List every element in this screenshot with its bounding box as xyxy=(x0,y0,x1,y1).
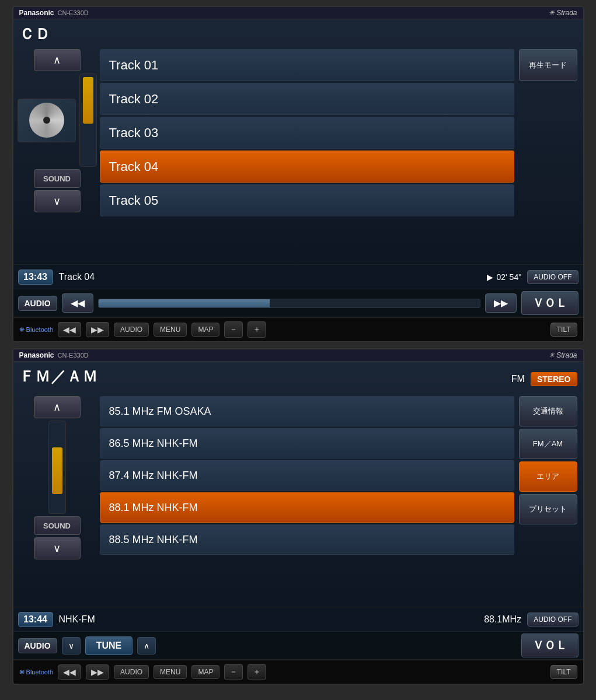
cd-disc-icon xyxy=(29,103,64,138)
station-item-02[interactable]: 86.5 MHz NHK-FM xyxy=(100,428,514,459)
fmam-title-area: ＦＭ／ＡＭ FM STEREO xyxy=(19,366,577,391)
station-item-04[interactable]: 88.1 MHz NHK-FM xyxy=(100,492,514,523)
fmam-vol-button[interactable]: ＶＯＬ xyxy=(521,634,578,657)
stereo-badge: STEREO xyxy=(531,372,577,386)
fmam-left-panel: ∧ SOUND ∨ xyxy=(19,396,95,559)
scroll-up-button[interactable]: ∧ xyxy=(34,49,81,71)
fmam-time: 13:44 xyxy=(18,612,53,627)
hw-audio-button[interactable]: AUDIO xyxy=(114,323,149,337)
fmam-hw-prev-button[interactable]: ◀◀ xyxy=(58,664,81,680)
station-item-03[interactable]: 87.4 MHz NHK-FM xyxy=(100,460,514,491)
scroll-down-button[interactable]: ∨ xyxy=(34,190,81,212)
station-item-05[interactable]: 88.5 MHz NHK-FM xyxy=(100,524,514,555)
fmam-hw-menu-button[interactable]: MENU xyxy=(154,665,187,679)
scroll-thumb xyxy=(83,77,93,124)
hw-menu-button[interactable]: MENU xyxy=(154,323,187,337)
strada-logo: ✳ Strada xyxy=(549,9,577,17)
area-button[interactable]: エリア xyxy=(519,461,577,492)
track-item-05[interactable]: Track 05 xyxy=(100,184,514,216)
cd-title: ＣＤ xyxy=(19,24,577,44)
fmam-brand-area: Panasonic CN-E330D xyxy=(19,351,89,359)
fm-indicator: FM xyxy=(511,374,525,384)
track-item-03[interactable]: Track 03 xyxy=(100,117,514,149)
fmam-hw-plus-button[interactable]: ＋ xyxy=(248,664,266,680)
cd-left-panel: ∧ SOUND ∨ xyxy=(19,49,95,216)
fmam-station-name: NHK-FM xyxy=(59,614,95,625)
fmam-hw-minus-button[interactable]: － xyxy=(224,664,243,680)
cd-unit: Panasonic CN-E330D ✳ Strada ＣＤ ∧ SOUND ∨ xyxy=(12,6,584,342)
fmam-hw-audio-button[interactable]: AUDIO xyxy=(114,665,149,679)
progress-fill xyxy=(99,299,270,307)
fmam-audio-off-button[interactable]: AUDIO OFF xyxy=(527,612,578,626)
playmode-button[interactable]: 再生モード xyxy=(519,49,577,81)
fmam-header: Panasonic CN-E330D ✳ Strada xyxy=(13,349,583,362)
fmam-control-bar: AUDIO ∨ TUNE ∧ ＶＯＬ xyxy=(13,631,583,659)
brand-name: Panasonic xyxy=(19,9,54,17)
cd-control-bar: AUDIO ◀◀ ▶▶ ＶＯＬ xyxy=(13,289,583,317)
track-item-01[interactable]: Track 01 xyxy=(100,49,514,81)
fmam-audio-label[interactable]: AUDIO xyxy=(18,638,57,653)
fmam-title: ＦＭ／ＡＭ xyxy=(19,366,98,387)
fmam-brand-name: Panasonic xyxy=(19,351,54,359)
station-list: 85.1 MHz FM OSAKA 86.5 MHz NHK-FM 87.4 M… xyxy=(100,396,514,559)
scroll-bar xyxy=(79,74,97,167)
hw-map-button[interactable]: MAP xyxy=(191,323,219,337)
fm-am-button[interactable]: FM／AM xyxy=(519,429,577,459)
track-item-02[interactable]: Track 02 xyxy=(100,83,514,115)
fmam-hw-next-button[interactable]: ▶▶ xyxy=(86,664,109,680)
track-item-04[interactable]: Track 04 xyxy=(100,150,514,183)
prev-button[interactable]: ◀◀ xyxy=(62,293,93,313)
cd-hw-bar: ❋ Bluetooth ◀◀ ▶▶ AUDIO MENU MAP － ＋ TIL… xyxy=(13,317,583,341)
fmam-content: ∧ SOUND ∨ 85.1 MHz FM OSAKA 86.5 MHz NHK… xyxy=(19,396,577,559)
next-button[interactable]: ▶▶ xyxy=(485,293,517,313)
tune-up-button[interactable]: ∧ xyxy=(137,637,156,654)
cd-header: Panasonic CN-E330D ✳ Strada xyxy=(13,7,583,19)
cd-current-track: Track 04 xyxy=(59,272,482,282)
cd-status-bar: 13:43 Track 04 ▶ 02' 54" AUDIO OFF xyxy=(13,264,583,289)
brand-area: Panasonic CN-E330D xyxy=(19,9,89,17)
tune-down-button[interactable]: ∨ xyxy=(62,637,81,654)
fmam-scroll-thumb xyxy=(52,447,62,494)
cd-image xyxy=(18,99,76,142)
audio-off-button[interactable]: AUDIO OFF xyxy=(527,270,578,284)
hw-minus-button[interactable]: － xyxy=(224,321,243,338)
sound-button[interactable]: SOUND xyxy=(34,169,81,188)
vol-button[interactable]: ＶＯＬ xyxy=(521,291,578,315)
cd-screen: ＣＤ ∧ SOUND ∨ Track 01 Track 02 xyxy=(13,19,583,264)
preset-button[interactable]: プリセット xyxy=(519,494,577,524)
fmam-scroll-bar xyxy=(48,421,66,514)
model-name: CN-E330D xyxy=(58,9,89,16)
play-icon: ▶ xyxy=(487,272,493,282)
cd-right-panel: 再生モード xyxy=(519,49,577,216)
fmam-strada-logo: ✳ Strada xyxy=(549,351,577,359)
fmam-hw-tilt-button[interactable]: TILT xyxy=(550,665,577,679)
cd-play-time: ▶ 02' 54" xyxy=(487,272,521,282)
duration: 02' 54" xyxy=(496,272,521,282)
tune-area: ∨ TUNE ∧ xyxy=(62,636,517,655)
hw-prev-button[interactable]: ◀◀ xyxy=(58,322,81,337)
track-list: Track 01 Track 02 Track 03 Track 04 Trac… xyxy=(100,49,514,216)
fmam-hw-map-button[interactable]: MAP xyxy=(191,665,219,679)
hw-plus-button[interactable]: ＋ xyxy=(248,321,266,338)
fmam-scroll-down-button[interactable]: ∨ xyxy=(34,537,81,559)
fmam-screen: ＦＭ／ＡＭ FM STEREO ∧ SOUND ∨ 85.1 MHz FM xyxy=(13,362,583,607)
fmam-bluetooth-label: ❋ Bluetooth xyxy=(19,668,54,676)
fmam-hw-bar: ❋ Bluetooth ◀◀ ▶▶ AUDIO MENU MAP － ＋ TIL… xyxy=(13,659,583,684)
hw-next-button[interactable]: ▶▶ xyxy=(86,322,109,337)
fmam-status-bar: 13:44 NHK-FM 88.1MHz AUDIO OFF xyxy=(13,607,583,631)
cd-time: 13:43 xyxy=(18,270,53,285)
hw-tilt-button[interactable]: TILT xyxy=(550,323,577,337)
fmam-model-name: CN-E330D xyxy=(58,352,89,359)
station-item-01[interactable]: 85.1 MHz FM OSAKA xyxy=(100,396,514,426)
bluetooth-label: ❋ Bluetooth xyxy=(19,326,54,334)
fmam-scroll-up-button[interactable]: ∧ xyxy=(34,396,81,418)
fmam-right-panel: 交通情報 FM／AM エリア プリセット xyxy=(519,396,577,559)
traffic-button[interactable]: 交通情報 xyxy=(519,396,577,426)
fmam-sound-button[interactable]: SOUND xyxy=(34,516,81,535)
fmam-unit: Panasonic CN-E330D ✳ Strada ＦＭ／ＡＭ FM STE… xyxy=(12,348,584,685)
cd-content: ∧ SOUND ∨ Track 01 Track 02 Track 03 Tra… xyxy=(19,49,577,216)
fmam-frequency: 88.1MHz xyxy=(484,614,521,625)
audio-label[interactable]: AUDIO xyxy=(18,296,57,311)
tune-label-button[interactable]: TUNE xyxy=(85,636,133,655)
progress-bar xyxy=(98,299,480,308)
